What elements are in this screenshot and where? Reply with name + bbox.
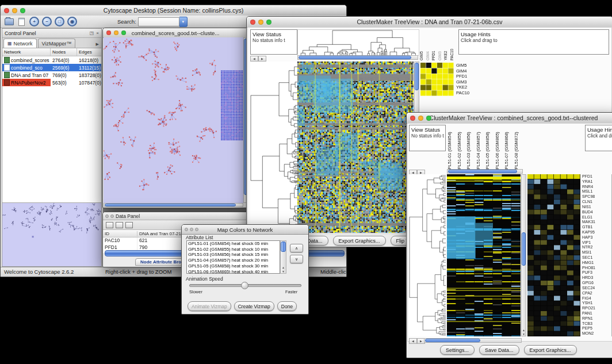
scroll-up-icon[interactable]: ▲ — [281, 266, 286, 269]
row-dendrogram[interactable] — [409, 174, 446, 336]
zoom-button[interactable] — [121, 30, 126, 35]
bottom-h-scrollbar[interactable] — [424, 338, 522, 343]
attribute-item[interactable]: GPL51-04 (GSM857) heat shock 20 min — [187, 258, 280, 263]
save-data-button[interactable]: Save Data... — [479, 345, 519, 355]
column-header-id: ID — [103, 231, 137, 236]
done-button[interactable]: Done — [277, 301, 297, 311]
zoom-out-icon[interactable]: − — [41, 17, 52, 26]
network-row[interactable]: DNA and Tran 07769(0)183728(0) — [2, 71, 101, 79]
gene-label: MON2 — [582, 331, 611, 336]
attribute-item[interactable]: GPL51-01 (GSM854) heat shock 05 min — [187, 241, 280, 247]
export-graphics-button[interactable]: Export Graphics... — [524, 345, 577, 355]
attribute-item[interactable]: GPL51-05 (GSM858) heat shock 30 min — [187, 263, 280, 269]
close-button[interactable] — [106, 30, 111, 35]
scroll-thumb[interactable] — [448, 170, 517, 173]
tab-network[interactable]: ▦ Network — [3, 39, 37, 48]
gene-label: MAK31 — [582, 220, 611, 225]
scroll-down-icon[interactable]: ▼ — [281, 270, 286, 273]
settings-button[interactable]: Settings... — [440, 345, 475, 355]
network-row[interactable]: RNAPuberNov2563(0)107847(0) — [2, 79, 101, 86]
panel-dot-icon[interactable] — [105, 214, 109, 218]
row-dendrogram[interactable] — [250, 62, 297, 233]
scroll-left-icon[interactable]: ◀ — [250, 56, 258, 62]
zoom-button[interactable] — [20, 8, 25, 13]
tab-scroll-right-icon[interactable]: ▶ — [96, 42, 101, 48]
network-name: combined_sco — [11, 65, 43, 71]
select-attributes-icon[interactable] — [106, 222, 113, 228]
close-button[interactable] — [410, 116, 415, 121]
attribute-item[interactable]: GPL51-06 (GSM865) heat shock 40 min — [187, 269, 280, 274]
treeview-combined-title: ClusterMaker TreeView : combined_scores_… — [420, 114, 607, 121]
gene-label-list: PFD1YRA1RNR4MSL1SPC98CLN1NIS1BUD4ELG1MAK… — [582, 174, 611, 336]
panel-dot-icon[interactable] — [110, 214, 114, 218]
status-zoom-hint: Right-click + drag to ZOOM — [105, 269, 171, 275]
attribute-item[interactable]: GPL51-03 (GSM856) heat shock 15 min — [187, 252, 280, 258]
heatmap-v-scrollbar[interactable]: ▲ ▼ — [521, 174, 526, 336]
search-input[interactable] — [138, 17, 179, 26]
scroll-left-icon[interactable]: ◀ — [409, 338, 417, 344]
scroll-thumb[interactable] — [299, 56, 411, 59]
treeview-combined-title-bar[interactable]: ClusterMaker TreeView : combined_scores_… — [407, 113, 612, 124]
scroll-thumb[interactable] — [415, 63, 419, 90]
scroll-thumb[interactable] — [281, 242, 286, 252]
minimize-button[interactable] — [114, 30, 118, 35]
minimize-button[interactable] — [258, 20, 263, 25]
gene-label: ELG1 — [582, 215, 611, 220]
zoom-fit-icon[interactable]: □ — [54, 17, 65, 26]
heatmap-global-view[interactable] — [447, 174, 521, 336]
network-view-title-bar[interactable]: combined_scores_good.txt--cluste... — [103, 28, 248, 38]
move-up-button[interactable]: ∧ — [290, 244, 303, 252]
list-scrollbar[interactable]: ▲ ▼ — [280, 240, 286, 274]
network-h-scrollbar[interactable] — [104, 203, 243, 207]
animate-vizmap-button[interactable]: Animate Vizmap — [188, 301, 231, 311]
scroll-right-icon[interactable]: ▶ — [258, 56, 266, 62]
scroll-thumb[interactable] — [522, 232, 526, 266]
attribute-item[interactable]: GPL51-02 (GSM855) heat shock 10 min — [187, 247, 280, 252]
tab-vizmapper[interactable]: VizMapper™ — [38, 39, 76, 48]
close-button[interactable] — [4, 8, 9, 13]
network-canvas[interactable] — [104, 37, 243, 203]
search-dropdown-button[interactable]: ▼ — [179, 17, 188, 27]
import-file-icon[interactable] — [16, 17, 27, 26]
status-pan-hint: Middle-click + drag to PAN — [320, 269, 346, 275]
close-button[interactable] — [250, 20, 255, 25]
network-row[interactable]: combined_sco2569(6)13112(15) — [2, 64, 101, 71]
network-view-window: combined_scores_good.txt--cluste... — [102, 28, 248, 208]
network-overview[interactable] — [2, 202, 101, 266]
scroll-thumb[interactable] — [105, 204, 236, 206]
minimize-button[interactable] — [418, 116, 423, 121]
zoom-in-icon[interactable]: + — [29, 17, 40, 26]
attribute-list[interactable]: GPL51-01 (GSM854) heat shock 05 minGPL51… — [186, 240, 280, 274]
dialog-button-row: Animate VizmapCreate VizmapDone — [188, 301, 297, 311]
minimize-button[interactable] — [12, 8, 17, 13]
scroll-down-icon[interactable]: ▼ — [522, 332, 526, 336]
create-vizmap-button[interactable]: Create Vizmap — [234, 301, 274, 311]
dendrogram-h-scrollbar[interactable] — [297, 55, 418, 60]
zoom-button[interactable] — [426, 116, 431, 121]
heatmap-zoom-view[interactable] — [527, 174, 580, 336]
delete-attribute-icon[interactable] — [125, 222, 133, 228]
heatmap-zoom-view[interactable] — [420, 63, 454, 96]
slider-thumb[interactable] — [241, 282, 248, 289]
animation-speed-slider[interactable] — [189, 284, 301, 287]
array-label: PAC10 — [450, 25, 456, 60]
scroll-up-icon[interactable]: ▲ — [522, 328, 526, 332]
heatmap-global-view[interactable] — [297, 62, 414, 233]
open-session-icon[interactable] — [3, 17, 14, 26]
minimize-button[interactable] — [190, 228, 193, 231]
column-dendrogram[interactable] — [297, 29, 419, 56]
main-title-bar[interactable]: Cytoscape Desktop (Session Name: collins… — [1, 5, 346, 16]
network-row[interactable]: combined_scores2764(0)16218(0) — [2, 56, 101, 64]
move-down-button[interactable]: ∨ — [290, 255, 303, 263]
control-panel-title: Control Panel — [5, 30, 36, 36]
zoom-selected-icon[interactable]: ◉ — [67, 17, 78, 26]
export-graphics-button[interactable]: Export Graphics... — [333, 236, 386, 246]
zoom-button[interactable] — [266, 20, 271, 25]
close-button[interactable] — [185, 228, 188, 231]
float-panel-icon[interactable]: ◳ — [90, 31, 94, 36]
dendrogram-h-scrollbar[interactable] — [447, 169, 523, 174]
scroll-thumb[interactable] — [425, 339, 480, 342]
dialog-title-bar[interactable]: Map Colors to Network — [182, 225, 308, 235]
create-attribute-icon[interactable] — [116, 222, 123, 228]
close-panel-icon[interactable]: × — [96, 31, 99, 36]
